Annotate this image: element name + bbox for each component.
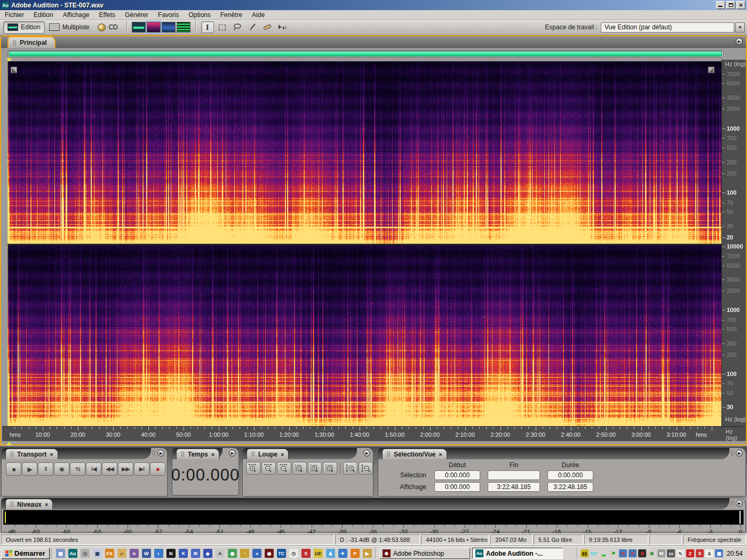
spectral-frequency-view-button[interactable] <box>147 22 161 33</box>
zoom-to-selection-button[interactable] <box>292 462 307 475</box>
selection-duree-field[interactable]: 0:00.000 <box>547 470 593 480</box>
zoom-in-horizontal-button[interactable] <box>246 462 260 475</box>
menu-options[interactable]: Options <box>184 11 215 19</box>
stop-button[interactable]: ■ <box>6 462 21 476</box>
menu-fenetre[interactable]: Fenêtre <box>216 11 247 19</box>
go-to-start-button[interactable]: Ⅰ◀ <box>86 462 101 476</box>
selection-debut-field[interactable]: 0:00.000 <box>434 470 480 480</box>
transport-menu-button[interactable]: ▶ <box>157 450 164 457</box>
antivirus-icon[interactable]: S <box>696 549 704 557</box>
taskbar-button-adobe-audition[interactable]: AuAdobe Audition -... <box>472 548 563 559</box>
zoom-in-vertical-button[interactable] <box>343 462 357 475</box>
blocked-icon[interactable]: ⊘ <box>638 549 646 557</box>
notepad-icon[interactable]: N <box>166 549 176 558</box>
flag-icon[interactable]: ⚑ <box>609 549 617 557</box>
affichage-duree-field[interactable]: 3:22:48.185 <box>547 482 593 492</box>
sphere-icon[interactable]: ◎ <box>81 549 90 558</box>
cd-mode-button[interactable]: CD <box>93 21 122 34</box>
scrub-tool-button[interactable] <box>276 21 289 33</box>
ultraedit-icon[interactable]: UE <box>314 549 323 558</box>
word-icon[interactable]: W <box>142 549 151 558</box>
tools-icon[interactable]: ✕ <box>179 549 188 558</box>
spectral-phase-view-button[interactable] <box>162 22 176 33</box>
selection-vue-tab[interactable]: Sélection/Vue × <box>382 449 447 459</box>
niveaux-menu-button[interactable]: ▶ <box>736 500 743 507</box>
network-disabled-icon[interactable]: ✕ <box>619 549 627 557</box>
loupe-tab[interactable]: Loupe × <box>247 449 289 459</box>
restore-button[interactable] <box>726 1 735 9</box>
sbp-icon[interactable]: S <box>301 549 311 558</box>
time-display[interactable]: 0:00.000 <box>171 466 240 485</box>
close-panel-icon[interactable]: × <box>50 451 53 458</box>
zoom-out-horizontal-button[interactable] <box>261 462 276 475</box>
network-disabled2-icon[interactable]: ✕ <box>629 549 637 557</box>
menu-favoris[interactable]: Favoris <box>153 11 184 19</box>
mediaplayer-icon[interactable]: ▶ <box>363 549 372 558</box>
play-button[interactable]: ▶ <box>22 462 37 476</box>
messenger-icon[interactable]: ♟ <box>326 549 335 558</box>
menu-edition[interactable]: Edition <box>29 11 58 19</box>
modem-icon[interactable]: ▭ <box>667 549 675 557</box>
audition-icon[interactable]: Au <box>68 549 77 558</box>
collapse-left-button[interactable] <box>11 67 17 73</box>
folder-icon[interactable]: ▱ <box>117 549 126 558</box>
xnview-icon[interactable]: Ж <box>191 549 200 558</box>
panel-menu-button[interactable]: ▶ <box>736 38 743 45</box>
fx-icon[interactable]: FX <box>105 549 114 558</box>
playhead-bottom-marker[interactable] <box>6 442 12 445</box>
scheduler-icon[interactable]: ∆ <box>705 549 713 557</box>
frequency-ruler[interactable]: Hz (log)70005000300020001000700500300200… <box>721 60 746 426</box>
zoom-out-full-button[interactable] <box>277 462 291 475</box>
multipiste-mode-button[interactable]: Multipiste <box>45 21 94 34</box>
menu-effets[interactable]: Effets <box>94 11 120 19</box>
loupe-menu-button[interactable]: ▶ <box>363 450 370 457</box>
photoshop-icon[interactable]: ◉ <box>265 549 274 558</box>
menu-aide[interactable]: Aide <box>247 11 269 19</box>
globe-blue-icon[interactable]: ◕ <box>252 549 261 558</box>
temps-tab[interactable]: Temps × <box>176 449 219 459</box>
airplane-icon[interactable]: ✈ <box>338 549 347 558</box>
spot-healing-brush-tool-button[interactable] <box>261 21 274 33</box>
connection-bar-icon[interactable]: ▂ <box>600 549 608 557</box>
onenote-icon[interactable]: n <box>130 549 139 558</box>
transport-tab[interactable]: Transport × <box>5 449 58 459</box>
close-panel-icon[interactable]: × <box>439 451 442 458</box>
workspace-dropdown-button[interactable]: ▼ <box>735 22 745 33</box>
timeline-ruler[interactable]: hms hms Hz (log) 10:0020:0030:0040:0050:… <box>2 426 746 441</box>
selection-vue-menu-button[interactable]: ▶ <box>736 450 743 457</box>
close-panel-icon[interactable]: × <box>211 451 214 458</box>
affichage-fin-field[interactable]: 3:22:48.185 <box>488 482 540 492</box>
temps-menu-button[interactable]: ▶ <box>229 450 236 457</box>
collapse-right-button[interactable] <box>708 67 714 73</box>
level-meter[interactable] <box>3 510 744 525</box>
totalcmd-icon[interactable]: TC <box>277 549 286 558</box>
time-selection-tool-button[interactable]: I <box>201 21 214 33</box>
planet-icon[interactable]: ◐ <box>154 549 163 558</box>
lightning-icon[interactable]: Z <box>686 549 694 557</box>
pdf-icon[interactable]: P <box>351 549 360 558</box>
overview-range-bar[interactable] <box>9 51 722 57</box>
niveaux-tab[interactable]: Niveaux × <box>5 499 53 509</box>
show-desktop-icon[interactable]: ▤ <box>56 549 65 558</box>
menu-fichier[interactable]: Fichier <box>0 11 29 19</box>
selection-fin-field[interactable] <box>488 470 540 480</box>
updates-icon[interactable]: ▣ <box>715 549 723 557</box>
go-to-end-button[interactable]: ▶Ⅰ <box>134 462 149 476</box>
taskbar-clock[interactable]: 20:54 <box>727 550 743 557</box>
close-button[interactable]: ✕ <box>736 1 745 9</box>
minimize-button[interactable] <box>716 1 725 9</box>
spectral-pan-view-button[interactable] <box>177 22 190 33</box>
zoom-in-left-edge-selection-button[interactable] <box>308 462 322 475</box>
rewind-button[interactable]: ◀◀ <box>102 462 117 476</box>
web-icon[interactable]: ◉ <box>228 549 237 558</box>
acrobat-icon[interactable]: A <box>216 549 225 558</box>
menu-generer[interactable]: Générer <box>120 11 153 19</box>
globe-gold-icon[interactable]: ◔ <box>240 549 249 558</box>
close-panel-icon[interactable]: × <box>281 451 284 458</box>
temperature-text[interactable]: 50° <box>590 549 598 557</box>
edition-mode-button[interactable]: Edition <box>3 21 45 34</box>
start-button[interactable]: Démarrer <box>1 548 50 559</box>
calculator-icon[interactable]: ▦ <box>93 549 102 558</box>
power-meter-icon[interactable]: ▮▮ <box>581 549 589 557</box>
play-looped-button[interactable]: ◉ <box>54 462 69 476</box>
